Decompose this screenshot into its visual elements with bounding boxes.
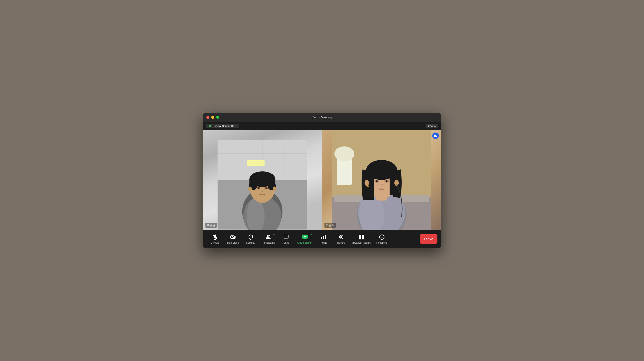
- svg-rect-67: [359, 237, 361, 240]
- start-video-button[interactable]: Start Video: [224, 232, 241, 246]
- reactions-label: Reactions: [376, 241, 388, 244]
- toolbar-items: Unmute Start Video: [207, 232, 420, 246]
- titlebar: Zoom Meeting: [203, 113, 441, 122]
- view-icon: ⊞: [428, 124, 430, 128]
- svg-point-64: [340, 236, 342, 238]
- svg-rect-62: [325, 235, 326, 239]
- breakout-rooms-button[interactable]: Breakout Rooms: [350, 232, 372, 246]
- record-label: Record: [337, 241, 345, 244]
- video-feed-left: 채규원: [203, 130, 322, 230]
- leave-button[interactable]: Leave: [420, 234, 438, 244]
- breakout-rooms-label: Breakout Rooms: [352, 241, 371, 244]
- svg-point-21: [266, 188, 267, 189]
- share-screen-icon: [302, 234, 308, 240]
- svg-point-20: [258, 188, 259, 189]
- share-screen-button[interactable]: ▲ Share Screen: [296, 232, 314, 246]
- participant-video-left: [212, 140, 313, 230]
- original-sound-button[interactable]: Original Sound: Off ▾: [206, 124, 238, 128]
- svg-point-46: [387, 180, 388, 181]
- reactions-button[interactable]: Reactions: [374, 232, 390, 246]
- maximize-button[interactable]: [216, 116, 219, 119]
- polling-button[interactable]: Polling: [315, 232, 332, 246]
- participant-name-right: 박은서: [324, 223, 336, 228]
- topbar: Original Sound: Off ▾ ⊞ View: [203, 122, 441, 130]
- zoom-window: Zoom Meeting Original Sound: Off ▾ ⊞ Vie…: [203, 113, 441, 248]
- share-screen-label: Share Screen: [297, 241, 312, 244]
- svg-rect-61: [323, 236, 324, 239]
- svg-rect-50: [434, 135, 435, 137]
- svg-point-22: [261, 191, 264, 192]
- participant-name-left: 채규원: [206, 223, 216, 228]
- reactions-icon: [378, 234, 385, 240]
- participants-icon: [265, 234, 272, 240]
- camera-icon: [230, 234, 236, 240]
- participants-label: Participants: [262, 241, 275, 244]
- audio-active-indicator: [432, 132, 439, 139]
- share-screen-chevron: ▲: [310, 233, 312, 235]
- svg-point-29: [334, 146, 354, 161]
- unmute-button[interactable]: Unmute: [207, 232, 224, 246]
- svg-rect-7: [247, 160, 265, 166]
- view-label: View: [430, 124, 436, 128]
- dropdown-arrow: ▾: [236, 125, 237, 127]
- svg-rect-60: [322, 237, 322, 239]
- security-icon: [248, 234, 254, 240]
- svg-rect-68: [362, 237, 364, 240]
- participants-button[interactable]: ▲ Participants: [260, 232, 277, 246]
- svg-point-57: [269, 235, 270, 236]
- chat-label: Chat: [283, 241, 288, 244]
- mic-icon: [212, 234, 218, 240]
- start-video-label: Start Video: [227, 241, 239, 244]
- participants-chevron: ▲: [273, 233, 275, 235]
- polling-icon: [320, 234, 327, 240]
- svg-point-47: [379, 188, 384, 190]
- traffic-lights: [206, 116, 219, 119]
- toolbar: Unmute Start Video: [203, 230, 441, 248]
- svg-point-49: [394, 180, 399, 186]
- security-label: Security: [246, 241, 255, 244]
- svg-point-69: [380, 235, 384, 240]
- shield-icon: [208, 124, 212, 128]
- svg-point-48: [364, 180, 369, 186]
- record-icon: [338, 234, 344, 240]
- svg-rect-51: [435, 135, 436, 137]
- view-button[interactable]: ⊞ View: [426, 124, 438, 128]
- chat-icon: [283, 234, 290, 240]
- chat-button[interactable]: Chat: [278, 232, 294, 246]
- svg-point-24: [273, 186, 276, 191]
- window-title: Zoom Meeting: [312, 116, 332, 119]
- security-button[interactable]: Security: [242, 232, 259, 246]
- polling-label: Polling: [320, 241, 327, 244]
- video-area: 채규원: [203, 130, 441, 230]
- video-feed-right: 박은서: [322, 130, 441, 230]
- svg-point-23: [248, 186, 252, 191]
- close-button[interactable]: [206, 116, 210, 119]
- svg-point-56: [267, 235, 269, 237]
- breakout-rooms-icon: [358, 234, 365, 240]
- record-button[interactable]: Record: [333, 232, 350, 246]
- svg-rect-65: [359, 235, 361, 237]
- audio-bars-icon: [434, 134, 437, 138]
- svg-rect-66: [362, 235, 364, 237]
- participant-video-right: [328, 130, 435, 230]
- video-panel-right: 박은서: [322, 130, 441, 230]
- svg-rect-59: [304, 238, 306, 239]
- video-panel-left: 채규원: [203, 130, 322, 230]
- svg-rect-52: [436, 136, 437, 137]
- unmute-label: Unmute: [211, 241, 220, 244]
- original-sound-label: Original Sound: Off: [213, 124, 234, 128]
- svg-point-45: [377, 180, 378, 181]
- minimize-button[interactable]: [211, 116, 214, 119]
